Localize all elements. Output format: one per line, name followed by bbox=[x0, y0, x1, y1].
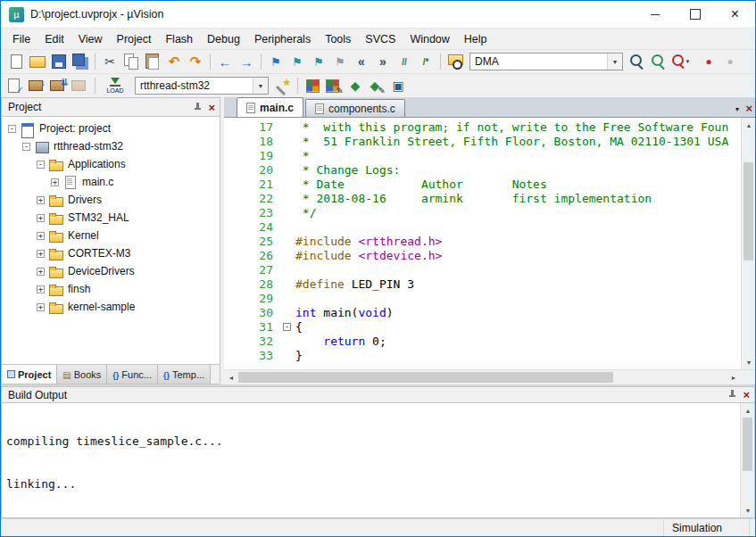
expander-icon[interactable] bbox=[37, 196, 45, 204]
comment-selection-icon[interactable] bbox=[394, 51, 415, 72]
indent-icon[interactable] bbox=[372, 51, 394, 72]
tab-templates[interactable]: Temp... bbox=[158, 365, 211, 384]
navigate-back-icon[interactable] bbox=[214, 51, 236, 72]
editor-horizontal-scrollbar[interactable] bbox=[224, 369, 755, 384]
scroll-up-icon[interactable] bbox=[742, 118, 755, 132]
tree-item-kernel[interactable]: Kernel bbox=[2, 227, 220, 244]
tree-item-finsh[interactable]: finsh bbox=[2, 280, 220, 298]
pin-icon[interactable] bbox=[193, 103, 203, 112]
new-file-icon[interactable] bbox=[5, 51, 27, 72]
build-output-scrollbar[interactable] bbox=[740, 403, 754, 517]
tree-item-cortex-m3[interactable]: CORTEX-M3 bbox=[2, 244, 220, 262]
manage-run-time-environment-icon[interactable] bbox=[345, 75, 366, 96]
insert-breakpoint-icon[interactable] bbox=[698, 51, 719, 72]
find-menu-icon[interactable]: ▼ bbox=[669, 51, 698, 72]
tree-item-kernel-sample[interactable]: kernel-sample bbox=[2, 298, 220, 316]
build-target-icon[interactable] bbox=[27, 75, 48, 96]
disable-breakpoint-icon[interactable] bbox=[719, 51, 741, 72]
tree-item-applications[interactable]: Applications bbox=[2, 155, 220, 173]
scrollbar-thumb[interactable] bbox=[743, 417, 752, 471]
close-icon[interactable] bbox=[745, 103, 752, 114]
copy-icon[interactable] bbox=[120, 51, 142, 72]
expander-icon[interactable] bbox=[8, 125, 16, 133]
tree-item-rtthread-stm32[interactable]: rtthread-stm32 bbox=[2, 137, 220, 155]
target-value[interactable]: rtthread-stm32 bbox=[136, 79, 253, 92]
pin-icon[interactable] bbox=[727, 390, 737, 400]
resize-grip[interactable] bbox=[750, 519, 755, 536]
bookmark-previous-icon[interactable] bbox=[287, 51, 308, 72]
menu-flash[interactable]: Flash bbox=[158, 30, 200, 48]
expander-icon[interactable] bbox=[37, 250, 45, 258]
project-tree[interactable]: Project: project rtthread-stm32 Applicat… bbox=[1, 117, 220, 365]
bookmark-next-icon[interactable] bbox=[308, 51, 329, 72]
close-icon[interactable] bbox=[743, 389, 750, 401]
chevron-down-icon[interactable] bbox=[607, 54, 622, 70]
manage-project-items-edit-icon[interactable] bbox=[323, 75, 345, 96]
pack-installer-icon[interactable] bbox=[387, 75, 409, 96]
menu-help[interactable]: Help bbox=[457, 30, 494, 48]
menu-tools[interactable]: Tools bbox=[318, 30, 358, 48]
translate-file-icon[interactable] bbox=[5, 75, 27, 96]
expander-icon[interactable] bbox=[37, 232, 45, 240]
tree-item-drivers[interactable]: Drivers bbox=[2, 191, 220, 209]
expander-icon[interactable] bbox=[37, 268, 45, 276]
bookmark-clear-all-icon[interactable] bbox=[329, 51, 351, 72]
save-icon[interactable] bbox=[48, 51, 70, 72]
rebuild-all-icon[interactable] bbox=[48, 75, 70, 96]
tree-item-main-c[interactable]: main.c bbox=[2, 173, 220, 191]
tree-item-project-root[interactable]: Project: project bbox=[2, 120, 220, 137]
incremental-find-icon[interactable] bbox=[648, 51, 669, 72]
tree-item-devicedrivers[interactable]: DeviceDrivers bbox=[2, 262, 220, 280]
close-icon[interactable] bbox=[208, 102, 215, 113]
menu-window[interactable]: Window bbox=[403, 30, 456, 48]
scrollbar-thumb[interactable] bbox=[238, 372, 613, 383]
uncomment-selection-icon[interactable] bbox=[415, 51, 436, 72]
tab-books[interactable]: Books bbox=[57, 365, 107, 384]
scroll-left-icon[interactable] bbox=[224, 370, 238, 384]
fold-collapse-icon[interactable] bbox=[283, 323, 291, 331]
chevron-down-icon[interactable]: ▼ bbox=[685, 59, 691, 64]
navigate-forward-icon[interactable] bbox=[236, 51, 257, 72]
expander-icon[interactable] bbox=[51, 178, 59, 186]
menu-project[interactable]: Project bbox=[110, 30, 159, 48]
maximize-button[interactable] bbox=[675, 1, 715, 28]
document-list-icon[interactable] bbox=[734, 102, 740, 114]
search-value[interactable]: DMA bbox=[470, 55, 607, 68]
expander-icon[interactable] bbox=[37, 285, 45, 293]
unindent-icon[interactable] bbox=[351, 51, 372, 72]
editor-tab-components-c[interactable]: components.c bbox=[305, 99, 405, 117]
select-software-packs-icon[interactable] bbox=[366, 75, 387, 96]
tab-functions[interactable]: Func... bbox=[107, 365, 158, 384]
search-combobox[interactable]: DMA bbox=[469, 53, 623, 70]
editor-vertical-scrollbar[interactable] bbox=[741, 118, 755, 369]
build-output-body[interactable]: compiling timeslice_sample.c... linking.… bbox=[1, 403, 755, 518]
menu-edit[interactable]: Edit bbox=[37, 30, 71, 48]
editor-tab-main-c[interactable]: main.c bbox=[237, 97, 303, 117]
code-lines[interactable]: 17 * with this program; if not, write to… bbox=[224, 118, 741, 369]
bookmark-toggle-icon[interactable] bbox=[265, 51, 287, 72]
expander-icon[interactable] bbox=[22, 143, 30, 151]
menu-file[interactable]: File bbox=[5, 30, 37, 48]
scroll-down-icon[interactable] bbox=[742, 355, 755, 369]
menu-peripherals[interactable]: Peripherals bbox=[247, 30, 318, 48]
redo-icon[interactable] bbox=[185, 51, 206, 72]
scroll-right-icon[interactable] bbox=[727, 370, 741, 384]
minimize-button[interactable] bbox=[635, 1, 675, 28]
paste-icon[interactable] bbox=[142, 51, 163, 72]
target-combobox[interactable]: rtthread-stm32 bbox=[135, 77, 269, 95]
find-in-files-icon[interactable] bbox=[444, 51, 466, 72]
scroll-down-icon[interactable] bbox=[741, 503, 755, 517]
menu-svcs[interactable]: SVCS bbox=[358, 30, 403, 48]
menu-view[interactable]: View bbox=[71, 30, 110, 48]
scrollbar-thumb[interactable] bbox=[744, 162, 753, 260]
menu-debug[interactable]: Debug bbox=[200, 30, 247, 48]
expander-icon[interactable] bbox=[37, 214, 45, 222]
cut-icon[interactable] bbox=[99, 51, 120, 72]
close-button[interactable] bbox=[715, 1, 755, 28]
undo-icon[interactable] bbox=[163, 51, 185, 72]
download-to-flash-button[interactable]: LOAD bbox=[101, 74, 129, 97]
options-for-target-icon[interactable] bbox=[272, 75, 294, 96]
tab-project[interactable]: Project bbox=[2, 365, 57, 384]
manage-project-items-icon[interactable] bbox=[302, 75, 323, 96]
code-area[interactable]: 17 * with this program; if not, write to… bbox=[224, 118, 755, 369]
